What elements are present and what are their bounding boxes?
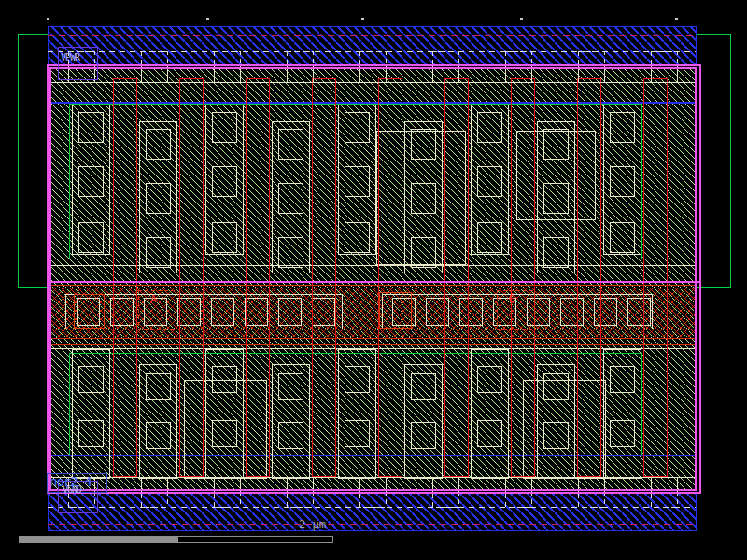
cell-body-hatch	[51, 67, 696, 489]
layout-viewer-screen: VPWR VGND nor2_4 A B 2 μm	[0, 0, 747, 560]
scale-bar-filled-segment	[19, 536, 177, 543]
layout-layers	[18, 18, 730, 530]
layout-canvas[interactable]	[0, 0, 747, 560]
pin-b-label: B	[509, 294, 515, 304]
cell-name-label: nor2_4	[49, 475, 92, 488]
scale-bar	[19, 536, 333, 543]
scale-bar-outline-segment	[177, 536, 333, 543]
scale-bar-label: 2 μm	[299, 519, 326, 530]
grid-dots	[47, 18, 678, 20]
pin-a-label: A	[150, 294, 157, 304]
tap-band-hatch	[51, 288, 696, 337]
vpwr-port-label: VPWR	[61, 53, 79, 63]
